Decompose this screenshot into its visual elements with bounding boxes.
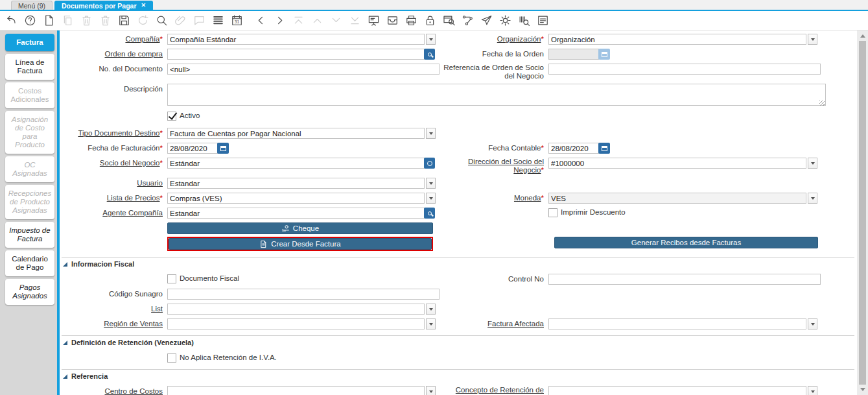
documento-fiscal-checkbox[interactable] [167,274,176,283]
close-icon[interactable]: ✕ [141,3,147,8]
organizacion-dropdown-button[interactable] [808,34,817,45]
list-input[interactable] [167,304,425,315]
compania-label[interactable]: Compañía* [62,34,167,45]
sidebar-tab-factura[interactable]: Factura [5,34,54,51]
list-dropdown-button[interactable] [426,304,436,315]
tipo-doc-destino-input[interactable] [167,128,425,139]
collapse-icon[interactable] [63,262,67,267]
centro-costos-input[interactable] [167,386,425,395]
tab-menu[interactable]: Menú (9) [11,1,53,10]
scroll-up-icon[interactable] [860,34,865,38]
scroll-down-icon[interactable] [860,388,865,391]
organizacion-label[interactable]: Organización* [441,34,548,45]
factura-afectada-label[interactable]: Factura Afectada [441,318,548,329]
agente-compania-search-button[interactable] [424,208,435,219]
print-icon[interactable] [405,14,417,27]
organizacion-input[interactable] [548,34,806,45]
generar-recibos-button[interactable]: Generar Recibos desde Facturas [554,237,818,248]
moneda-label[interactable]: Moneda* [441,193,548,204]
orden-compra-input[interactable] [167,49,425,60]
descripcion-textarea[interactable] [167,84,826,106]
socio-negocio-label[interactable]: Socio del Negocio* [62,158,167,169]
sidebar-tab-linea-de-factura[interactable]: Línea de Factura [5,54,54,80]
region-ventas-dropdown-button[interactable] [426,318,436,329]
socio-negocio-info-button[interactable] [424,158,435,169]
zoom-across-icon[interactable] [442,14,455,27]
orden-compra-label[interactable]: Orden de compra [62,49,167,60]
collapse-icon[interactable] [63,374,67,379]
workflow-icon[interactable] [461,14,474,27]
sidebar-tab-impuesto-de-factura[interactable]: Impuesto de Factura [5,222,54,248]
tipo-doc-destino-dropdown-button[interactable] [426,128,436,139]
report-icon[interactable] [367,14,380,27]
undo-icon[interactable] [5,14,18,27]
lista-precios-label[interactable]: Lista de Precios* [62,193,167,204]
collapse-icon[interactable] [63,341,67,345]
sidebar-tab-pagos-asignados[interactable]: Pagos Asignados [5,279,54,305]
chevron-down-icon [811,390,815,393]
quick-form-icon[interactable] [536,14,549,27]
region-ventas-input[interactable] [167,318,425,329]
concepto-islr-label[interactable]: Concepto de Retención de I.S.L.R [441,386,548,395]
fecha-facturacion-calendar-button[interactable] [217,143,229,154]
control-no-input[interactable] [548,274,821,285]
activo-checkbox[interactable] [167,112,176,121]
centro-costos-dropdown-button[interactable] [426,386,436,395]
usuario-label[interactable]: Usuario [62,178,167,189]
tipo-doc-destino-label[interactable]: Tipo Documento Destino* [62,128,167,139]
direccion-socio-input[interactable] [548,158,806,169]
save-icon[interactable] [117,14,130,27]
crear-desde-factura-button[interactable]: Crear Desde Factura [169,238,432,250]
list-label[interactable]: List [62,304,167,315]
agente-compania-input[interactable] [167,208,425,219]
next-record-icon[interactable] [273,14,286,27]
chevron-down-icon [429,132,433,135]
factura-afectada-input[interactable] [548,318,806,329]
lock-icon[interactable] [423,14,436,27]
referencia-orden-input[interactable] [548,64,821,75]
usuario-input[interactable] [167,178,425,189]
product-info-icon[interactable] [517,14,530,27]
centro-costos-label[interactable]: Centro de Costos [62,386,167,395]
moneda-dropdown-button[interactable] [808,193,817,204]
concepto-islr-input[interactable] [548,386,806,395]
region-ventas-label[interactable]: Región de Ventas [62,318,167,329]
tab-documentos-por-pagar[interactable]: Documentos por Pagar ✕ [54,1,153,10]
descripcion-label: Descripción [62,84,167,95]
lista-precios-input[interactable] [167,193,425,204]
calendar-icon[interactable]: 31 [230,14,243,27]
direccion-socio-dropdown-button[interactable] [808,158,817,169]
agente-compania-label[interactable]: Agente Compañía [62,208,167,219]
help-icon[interactable] [23,14,36,27]
refresh-icon [136,14,149,27]
compania-input[interactable] [167,34,425,45]
moneda-input[interactable] [548,193,806,204]
calendar-icon [602,52,607,57]
cheque-button[interactable]: Cheque [167,222,433,234]
compania-dropdown-button[interactable] [426,34,436,45]
new-record-icon[interactable] [42,14,55,27]
concepto-islr-dropdown-button[interactable] [808,386,817,395]
imprimir-descuento-checkbox[interactable] [548,208,557,217]
send-mail-icon[interactable] [480,14,493,27]
fecha-facturacion-input[interactable] [167,143,218,154]
previous-record-icon[interactable] [254,14,267,27]
sidebar-tab-calendario-de-pago[interactable]: Calendario de Pago [5,250,54,276]
orden-compra-search-button[interactable] [424,49,435,60]
direccion-socio-label[interactable]: Dirección del Socio del Negocio* [441,158,548,174]
grid-toggle-icon[interactable] [211,14,224,27]
no-aplica-iva-checkbox[interactable] [167,353,176,363]
scrollbar[interactable] [857,30,868,395]
no-documento-input[interactable] [167,64,440,75]
preferences-icon[interactable] [499,14,511,27]
usuario-dropdown-button[interactable] [426,178,436,189]
lista-precios-dropdown-button[interactable] [426,193,436,204]
socio-negocio-input[interactable] [167,158,425,169]
codigo-sunagro-input[interactable] [167,289,440,300]
fecha-contable-calendar-button[interactable] [598,143,610,154]
factura-afectada-dropdown-button[interactable] [808,318,817,329]
find-icon[interactable] [155,14,168,27]
scrollbar-thumb[interactable] [859,41,866,385]
archive-icon[interactable] [386,14,399,27]
fecha-contable-input[interactable] [548,143,599,154]
